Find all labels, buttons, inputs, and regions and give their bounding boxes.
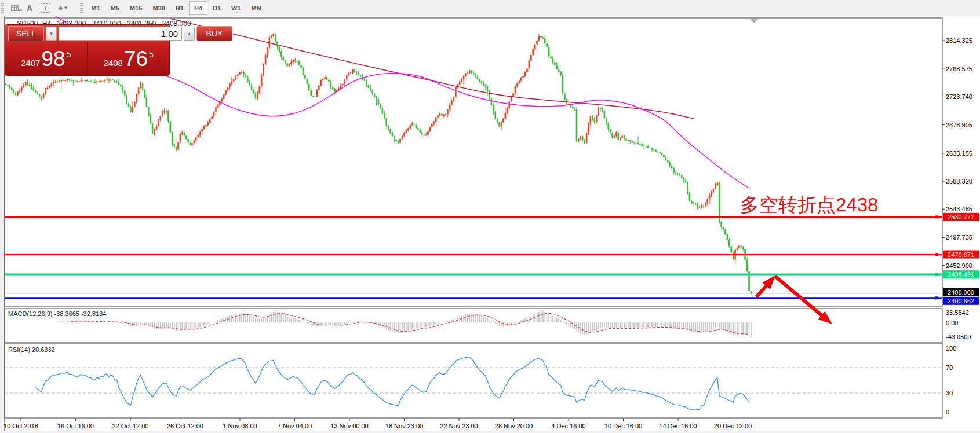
svg-text:18 Nov 23:00: 18 Nov 23:00 (385, 423, 423, 430)
svg-text:2530.771: 2530.771 (948, 214, 974, 221)
svg-text:2470.671: 2470.671 (948, 251, 974, 258)
svg-text:2543.485: 2543.485 (946, 206, 972, 212)
svg-text:22 Nov 23:00: 22 Nov 23:00 (440, 423, 478, 430)
timeframe-button-m15[interactable]: M15 (125, 1, 147, 15)
timeframe-button-w1[interactable]: W1 (226, 1, 246, 15)
svg-text:22 Oct 12:00: 22 Oct 12:00 (112, 423, 149, 430)
chevron-down-icon: ▼ (64, 5, 68, 10)
svg-text:2814.325: 2814.325 (946, 37, 972, 44)
one-click-top-row: SELL ▼ ▲ BUY (5, 25, 169, 42)
sell-button[interactable]: SELL (8, 26, 44, 41)
macd-indicator-label: MACD(12,26,9) -38.3665 -32.8134 (8, 310, 106, 317)
svg-text:4 Dec 16:00: 4 Dec 16:00 (551, 423, 585, 430)
horizontal-line-2470.671[interactable] (5, 253, 942, 256)
shapes-icon: ◆ (59, 5, 62, 11)
svg-text:1 Nov 08:00: 1 Nov 08:00 (223, 423, 257, 430)
svg-text:20 Dec 12:00: 20 Dec 12:00 (714, 423, 752, 430)
horizontal-line-2438.491[interactable] (5, 273, 942, 276)
down-arrow-annotation[interactable] (775, 276, 832, 324)
svg-text:7 Nov 04:00: 7 Nov 04:00 (278, 423, 312, 430)
sell-price[interactable]: 2407 98 5 (5, 42, 87, 75)
rsi-levels (5, 368, 942, 393)
buy-price-sup: 5 (149, 50, 154, 59)
svg-text:2588.320: 2588.320 (946, 178, 972, 185)
volume-decrease-button[interactable]: ▼ (46, 27, 57, 41)
chart-shift-marker-icon (750, 19, 758, 23)
svg-text:14 Dec 16:00: 14 Dec 16:00 (659, 423, 697, 430)
rsi-axis: 10070300 (946, 345, 956, 416)
text-label-button[interactable]: T (37, 2, 54, 14)
buy-button[interactable]: BUY (196, 26, 232, 41)
svg-text:2497.735: 2497.735 (946, 234, 972, 241)
timeframe-button-h1[interactable]: H1 (170, 1, 189, 15)
toolbar-grip[interactable] (80, 3, 83, 13)
volume-input[interactable] (59, 27, 182, 41)
svg-text:13 Nov 00:00: 13 Nov 00:00 (330, 423, 368, 430)
svg-text:2438.491: 2438.491 (948, 271, 974, 278)
price-badge-2530.771: 2530.771 (943, 213, 979, 221)
svg-text:28 Nov 20:00: 28 Nov 20:00 (495, 423, 533, 430)
toolbar-grip[interactable] (1, 3, 4, 13)
buy-price-small: 2408 (104, 58, 123, 68)
volume-increase-button[interactable]: ▲ (184, 27, 195, 41)
buy-price[interactable]: 2408 76 5 (87, 42, 170, 75)
svg-text:2633.155: 2633.155 (946, 150, 972, 157)
macd-axis: 33.55420.00-43.0509 (946, 309, 971, 340)
svg-text:2408.000: 2408.000 (948, 289, 974, 296)
svg-text:2723.740: 2723.740 (946, 93, 972, 100)
slow-ma-line (170, 19, 694, 119)
sell-price-small: 2407 (21, 58, 40, 68)
timeframe-button-m5[interactable]: M5 (105, 1, 125, 15)
up-arrow-annotation[interactable] (756, 276, 775, 297)
svg-text:26 Oct 12:00: 26 Oct 12:00 (167, 423, 203, 430)
sell-price-big: 98 (41, 48, 65, 69)
macd-histogram (57, 311, 751, 337)
time-axis: 10 Oct 201816 Oct 16:0022 Oct 12:0026 Oc… (3, 418, 752, 430)
chart-canvas: 2814.3252768.5752723.7402678.9052633.155… (0, 16, 980, 433)
one-click-prices: 2407 98 5 2408 76 5 (5, 42, 169, 75)
tile-windows-button[interactable]: F (7, 2, 23, 14)
chart-window: ▲ SP500-,H4 2403.000 2410.000 2401.250 2… (0, 16, 980, 433)
price-axis: 2814.3252768.5752723.7402678.9052633.155… (942, 37, 972, 269)
svg-text:2768.575: 2768.575 (946, 65, 972, 72)
timeframe-button-m30[interactable]: M30 (147, 1, 170, 15)
price-badge-2470.671: 2470.671 (943, 251, 979, 259)
timeframe-button-mn[interactable]: MN (246, 1, 267, 15)
svg-text:16 Oct 16:00: 16 Oct 16:00 (57, 423, 94, 430)
buy-price-big: 76 (124, 48, 148, 69)
price-badge-2438.491: 2438.491 (943, 270, 979, 278)
svg-text:10 Oct 2018: 10 Oct 2018 (3, 423, 38, 430)
timeframe-button-d1[interactable]: D1 (207, 1, 226, 15)
svg-text:2678.905: 2678.905 (946, 122, 972, 129)
tile-windows-icon: F (11, 5, 19, 11)
draw-objects-button[interactable]: ◆ ▼ (54, 2, 72, 14)
svg-text:0: 0 (946, 409, 949, 416)
svg-text:0.00: 0.00 (946, 320, 958, 326)
svg-text:-43.0509: -43.0509 (946, 333, 971, 340)
one-click-trading-panel: SELL ▼ ▲ BUY 2407 98 5 2408 76 5 (5, 24, 170, 76)
timeframe-button-m1[interactable]: M1 (86, 1, 105, 15)
rsi-indicator-label: RSI(14) 20.6332 (8, 346, 55, 353)
text-a-icon: A (27, 3, 32, 13)
insert-text-button[interactable]: A (23, 2, 37, 14)
text-label-icon: T (41, 3, 50, 13)
svg-text:100: 100 (946, 345, 956, 352)
timeframe-button-h4[interactable]: H4 (189, 1, 207, 15)
svg-text:30: 30 (946, 390, 953, 397)
svg-text:33.5542: 33.5542 (946, 309, 969, 316)
svg-text:2400.662: 2400.662 (948, 298, 974, 304)
svg-text:10 Dec 16:00: 10 Dec 16:00 (604, 423, 642, 430)
current-price-badge: 2408.000 (943, 288, 979, 296)
rsi-line (35, 357, 751, 410)
toolbar: F A T ◆ ▼ M1M5M15M30H1H4D1W1MN (0, 0, 980, 16)
text-annotation[interactable]: 多空转折点2438 (740, 192, 878, 218)
sell-price-sup: 5 (67, 50, 71, 59)
svg-text:70: 70 (946, 364, 953, 371)
timeframe-bar: M1M5M15M30H1H4D1W1MN (86, 1, 266, 15)
svg-text:2452.900: 2452.900 (946, 262, 972, 269)
price-badge-2400.662: 2400.662 (943, 297, 979, 305)
mt4-application: F A T ◆ ▼ M1M5M15M30H1H4D1W1MN ▲ SP500-,… (0, 0, 980, 433)
